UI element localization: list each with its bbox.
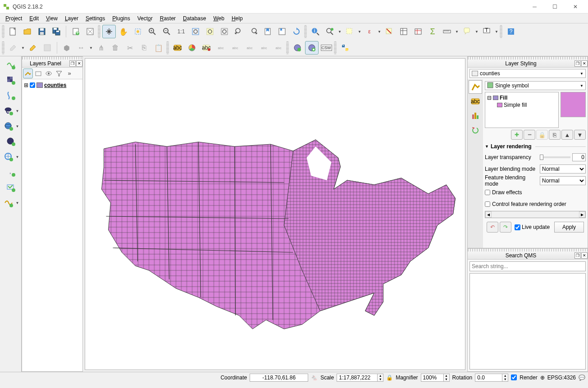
menu-database[interactable]: Database — [179, 14, 210, 23]
menu-edit[interactable]: Edit — [26, 14, 42, 23]
identify-plus-button[interactable] — [323, 25, 337, 38]
attribute-table-button[interactable] — [397, 25, 410, 38]
undo-tab[interactable] — [469, 123, 482, 137]
label-tab[interactable]: abc — [469, 95, 482, 108]
layer-style-button[interactable] — [23, 68, 33, 78]
search-qms-results[interactable] — [469, 273, 586, 370]
layer-visibility-checkbox[interactable] — [30, 82, 35, 88]
panel-close-button[interactable]: ✕ — [581, 60, 588, 67]
select-expr-dropdown[interactable]: ▼ — [377, 25, 382, 38]
crs-icon[interactable]: ⊕ — [540, 374, 545, 381]
wfs-dropdown[interactable]: ▼ — [15, 150, 20, 164]
control-order-checkbox[interactable] — [485, 201, 490, 207]
measure-button[interactable] — [440, 25, 454, 38]
toolbar-grip[interactable] — [500, 25, 502, 38]
zoom-last-button[interactable] — [232, 25, 246, 38]
new-bookmark-button[interactable] — [261, 25, 274, 38]
map-tips-button[interactable] — [460, 25, 474, 38]
apply-button[interactable]: Apply — [554, 222, 584, 233]
osm-download-button[interactable] — [291, 41, 304, 55]
select-expression-button[interactable]: ε — [363, 25, 376, 38]
messages-icon[interactable]: 💬 — [579, 374, 585, 381]
window-minimize-button[interactable]: ─ — [524, 0, 545, 13]
toolbar-grip[interactable] — [334, 41, 337, 54]
panel-close-button[interactable]: ✕ — [76, 60, 82, 67]
layer-rendering-section[interactable]: Layer rendering — [485, 143, 586, 150]
menu-raster[interactable]: Raster — [156, 14, 179, 23]
layer-styling-header[interactable]: Layer Styling ❐ ✕ — [468, 59, 588, 68]
select-dropdown[interactable]: ▼ — [357, 25, 362, 38]
deselect-button[interactable] — [383, 25, 396, 38]
add-vector-button[interactable] — [4, 58, 18, 72]
feature-blending-select[interactable]: Normal — [540, 176, 586, 185]
styling-layer-selector[interactable]: counties ▼ — [469, 69, 586, 78]
menu-vector[interactable]: Vector — [134, 14, 156, 23]
add-raster-button[interactable] — [4, 73, 18, 87]
wms-dropdown[interactable]: ▼ — [15, 119, 20, 133]
python-console-button[interactable] — [338, 41, 352, 55]
move-up-button[interactable]: ▲ — [561, 130, 573, 140]
menu-settings[interactable]: Settings — [82, 14, 109, 23]
sum-button[interactable]: Σ — [426, 25, 439, 38]
menu-layer[interactable]: Layer — [61, 14, 82, 23]
panel-undock-button[interactable]: ❐ — [574, 252, 581, 259]
new-shapefile-button[interactable] — [2, 196, 15, 210]
csw-button[interactable]: CSW — [319, 41, 333, 55]
symbol-layer-tree[interactable]: ⊟ Fill Simple fill — [485, 92, 559, 128]
new-shape-dropdown[interactable]: ▼ — [15, 196, 20, 210]
add-csv-button[interactable]: , — [4, 165, 18, 179]
filter-button[interactable] — [54, 68, 64, 78]
manage-visibility-button[interactable] — [44, 68, 54, 78]
toolbar-grip[interactable] — [2, 41, 5, 54]
crs-label[interactable]: EPSG:4326 — [547, 374, 576, 381]
panel-undock-button[interactable]: ❐ — [69, 60, 76, 67]
window-close-button[interactable]: ✕ — [565, 0, 585, 13]
pan-to-selection-button[interactable]: ✋ — [117, 25, 130, 38]
refresh-button[interactable] — [290, 25, 303, 38]
transparency-input[interactable] — [572, 153, 586, 161]
expand-all-button[interactable]: » — [64, 68, 74, 78]
toolbar-grip[interactable] — [98, 25, 100, 38]
coordinate-field[interactable]: -118.70,61.86 — [250, 374, 308, 382]
menu-plugins[interactable]: Plugins — [109, 14, 133, 23]
zoom-out-icon-button[interactable] — [160, 25, 173, 38]
menu-view[interactable]: View — [42, 14, 61, 23]
field-calc-button[interactable] — [411, 25, 425, 38]
zoom-in-button[interactable] — [131, 25, 145, 38]
menu-project[interactable]: Project — [2, 14, 26, 23]
rotation-field[interactable]: 0.0 ▲▼ — [475, 374, 508, 382]
pan-button[interactable] — [102, 25, 116, 38]
extents-icon[interactable]: 🐁 — [311, 374, 318, 381]
osm-browse-button[interactable] — [305, 41, 319, 55]
dropdown-arrow-icon[interactable]: ▼ — [580, 84, 583, 88]
new-project-button[interactable] — [6, 25, 20, 38]
composer-manager-button[interactable] — [83, 25, 97, 38]
zoom-full-button[interactable] — [189, 25, 202, 38]
symbol-simple-fill-row[interactable]: Simple fill — [487, 101, 556, 109]
styling-hscroll[interactable]: ◀ ▶ — [485, 211, 586, 218]
tree-collapse-icon[interactable]: ⊟ — [487, 95, 492, 101]
tips-dropdown[interactable]: ▼ — [474, 25, 479, 38]
zoom-to-selection-button[interactable] — [203, 25, 217, 38]
move-down-button[interactable]: ▼ — [574, 130, 586, 140]
window-maximize-button[interactable]: ☐ — [545, 0, 565, 13]
add-postgis-button[interactable] — [2, 104, 15, 118]
add-symbol-button[interactable]: ✚ — [511, 130, 523, 140]
style-tab[interactable] — [469, 80, 482, 94]
zoom-native-button[interactable]: 1:1 — [174, 25, 188, 38]
zoom-in-icon-button[interactable] — [146, 25, 159, 38]
add-wcs-button[interactable] — [4, 135, 18, 148]
toggle-editing-button[interactable] — [26, 41, 40, 55]
transparency-slider[interactable] — [540, 156, 570, 158]
toolbar-grip[interactable] — [286, 41, 289, 54]
save-project-button[interactable] — [35, 25, 49, 38]
identify-button[interactable]: i — [309, 25, 322, 38]
symbol-fill-row[interactable]: ⊟ Fill — [487, 94, 556, 101]
search-qms-header[interactable]: Search QMS ❐ ✕ — [468, 251, 588, 260]
add-group-button[interactable] — [33, 68, 43, 78]
save-as-button[interactable] — [50, 25, 63, 38]
draw-effects-checkbox[interactable] — [485, 190, 490, 195]
select-feature-button[interactable] — [343, 25, 356, 38]
panel-undock-button[interactable]: ❐ — [574, 60, 581, 67]
toolbar-grip[interactable] — [2, 25, 5, 38]
